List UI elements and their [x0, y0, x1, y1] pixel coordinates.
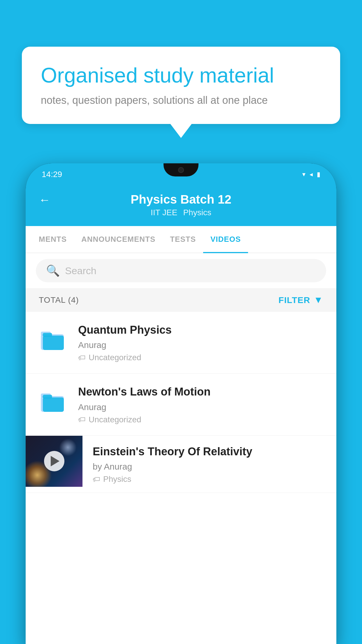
back-button[interactable]: ←	[39, 193, 50, 206]
phone-frame: 14:29 ▾ ◂ ▮ ← Physics Batch 12 IIT JEE P…	[26, 163, 336, 644]
video-title: Quantum Physics	[78, 323, 323, 337]
tag-icon: 🏷	[93, 475, 100, 484]
battery-icon: ▮	[317, 171, 320, 178]
status-icons: ▾ ◂ ▮	[302, 171, 320, 178]
tab-tests[interactable]: TESTS	[163, 226, 203, 253]
video-tag: 🏷 Physics	[93, 475, 326, 484]
tag-icon: 🏷	[78, 415, 86, 424]
tag-icon: 🏷	[78, 353, 86, 362]
video-title: Newton's Laws of Motion	[78, 385, 323, 399]
phone-inner: 14:29 ▾ ◂ ▮ ← Physics Batch 12 IIT JEE P…	[26, 163, 336, 644]
video-thumbnail	[26, 436, 82, 487]
filter-label: FILTER	[279, 295, 310, 305]
video-author: by Anurag	[93, 462, 326, 472]
app-header: ← Physics Batch 12 IIT JEE Physics	[26, 185, 336, 226]
play-icon	[51, 456, 59, 466]
phone-notch	[164, 163, 198, 176]
tabs-container: MENTS ANNOUNCEMENTS TESTS VIDEOS	[26, 226, 336, 253]
folder-icon	[39, 387, 68, 416]
camera-dot	[178, 167, 184, 173]
tab-ments[interactable]: MENTS	[31, 226, 74, 253]
list-item[interactable]: Quantum Physics Anurag 🏷 Uncategorized	[26, 312, 336, 374]
breadcrumb-iitjee: IIT JEE	[151, 208, 177, 217]
tag-label: Uncategorized	[89, 353, 141, 362]
tag-label: Uncategorized	[89, 415, 141, 424]
breadcrumb-physics: Physics	[183, 208, 211, 217]
signal-icon: ◂	[310, 171, 313, 178]
svg-rect-7	[43, 395, 52, 399]
video-author: Anurag	[78, 340, 323, 350]
svg-rect-6	[43, 398, 64, 412]
tab-videos[interactable]: VIDEOS	[203, 226, 248, 253]
folder-icon	[39, 325, 68, 354]
video-tag: 🏷 Uncategorized	[78, 415, 323, 424]
search-container: 🔍 Search	[26, 253, 336, 288]
header-title: Physics Batch 12	[131, 192, 231, 206]
video-author: Anurag	[78, 402, 323, 412]
header-breadcrumb: IIT JEE Physics	[151, 208, 211, 217]
search-icon: 🔍	[46, 264, 60, 277]
video-tag: 🏷 Uncategorized	[78, 353, 323, 362]
bubble-title: Organised study material	[41, 63, 321, 88]
tag-label: Physics	[103, 475, 131, 484]
video-info: Quantum Physics Anurag 🏷 Uncategorized	[78, 323, 323, 362]
speech-bubble: Organised study material notes, question…	[22, 47, 340, 124]
video-info: Newton's Laws of Motion Anurag 🏷 Uncateg…	[78, 385, 323, 424]
list-item[interactable]: Newton's Laws of Motion Anurag 🏷 Uncateg…	[26, 374, 336, 435]
tab-announcements[interactable]: ANNOUNCEMENTS	[74, 226, 163, 253]
filter-icon: ▼	[314, 295, 323, 305]
bubble-subtitle: notes, question papers, solutions all at…	[41, 94, 321, 106]
svg-rect-2	[43, 335, 64, 350]
svg-rect-3	[43, 333, 52, 337]
orb-decoration-2	[59, 439, 77, 456]
video-list: Quantum Physics Anurag 🏷 Uncategorized	[26, 312, 336, 644]
filter-bar: TOTAL (4) FILTER ▼	[26, 288, 336, 312]
list-item[interactable]: Einstein's Theory Of Relativity by Anura…	[26, 436, 336, 493]
video-title: Einstein's Theory Of Relativity	[93, 444, 326, 459]
wifi-icon: ▾	[302, 171, 305, 178]
status-time: 14:29	[42, 170, 62, 179]
video-info: Einstein's Theory Of Relativity by Anura…	[82, 436, 336, 493]
filter-button[interactable]: FILTER ▼	[279, 295, 323, 305]
play-button[interactable]	[44, 451, 64, 471]
search-bar[interactable]: 🔍 Search	[36, 259, 326, 282]
status-bar: 14:29 ▾ ◂ ▮	[26, 163, 336, 185]
search-placeholder: Search	[65, 265, 96, 276]
total-count: TOTAL (4)	[39, 295, 79, 305]
